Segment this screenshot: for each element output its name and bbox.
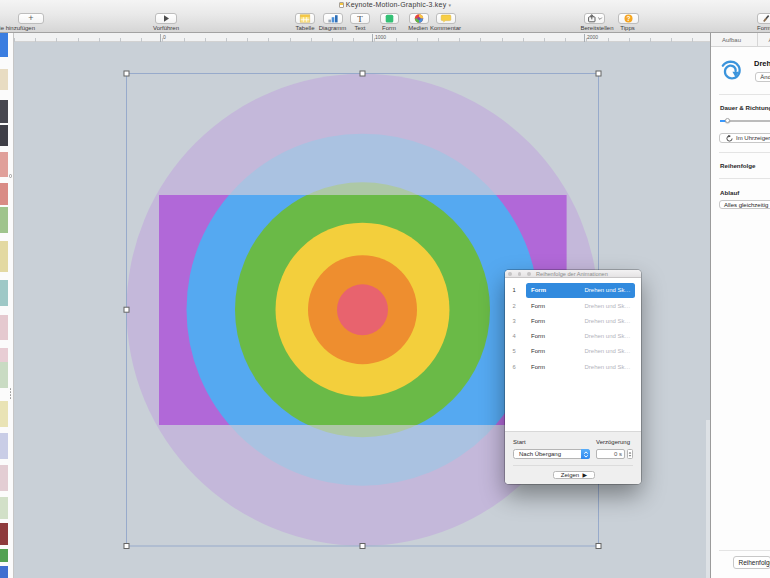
svg-text:?: ? (626, 15, 630, 22)
